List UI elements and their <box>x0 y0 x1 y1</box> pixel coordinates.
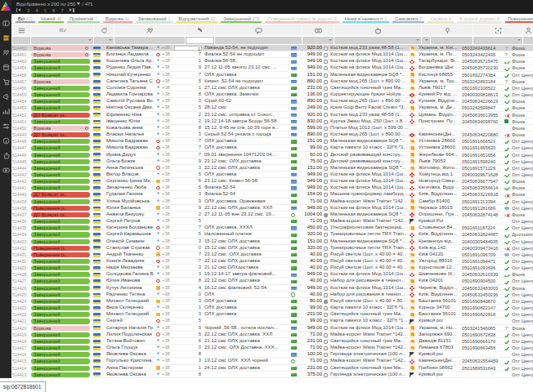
table-row[interactable]: 514417 Завершений Ольга Глущук * +38 0 2… <box>11 345 533 351</box>
app-logo-icon[interactable] <box>1 2 11 11</box>
column-header-tracking[interactable] <box>473 24 522 35</box>
table-row[interactable]: 514424 Завершений Михаил Гилецький +38 3… <box>11 298 533 305</box>
table-row[interactable]: 514444 Завершений Анна Липенська +38 3 2… <box>11 165 533 172</box>
page-5[interactable]: 5 <box>44 8 47 13</box>
page-6[interactable]: 6 <box>52 8 55 13</box>
column-header-id[interactable] <box>12 24 30 35</box>
table-row[interactable]: 514416 Завершений Яковлева Оксана * +38 … <box>11 351 533 358</box>
filter-cell[interactable] <box>12 37 30 44</box>
column-header-customer[interactable] <box>114 24 185 35</box>
table-row[interactable]: 514435 Завершений Катерина Богданова +38… <box>11 225 533 231</box>
column-header-phone[interactable] <box>186 24 214 35</box>
table-row[interactable]: 514425 Завершений Радченко Тетяна * +38 … <box>11 292 533 298</box>
table-row[interactable]: 514448 Завершений Микола Бадражан +38 7 … <box>11 138 533 145</box>
table-row[interactable]: 514452 ДО Возврат ск.. Єфименко Ніна * +… <box>11 112 533 118</box>
chart-icon[interactable] <box>2 108 10 115</box>
table-row[interactable]: 514423 Завершений Вера Скляренко * +38 1… <box>11 305 533 311</box>
table-row[interactable]: 514431 Повернення (з.. Андрій Ткаченко +… <box>11 252 533 258</box>
table-row[interactable]: 514437 ДО Возврат ск.. Анжела Безушку * … <box>11 212 533 218</box>
tab-3[interactable]: Відмова42 <box>101 14 134 23</box>
table-row[interactable]: 514453 Завершений Нікітіна Оксана Дми.. … <box>11 105 533 111</box>
table-row[interactable]: 514440 ДО Возврат ск.. Гудалюк Галина * … <box>11 191 533 198</box>
shop-icon[interactable] <box>2 64 10 71</box>
table-row[interactable]: 514459 Завершений Руденко Лидия Пав.. * … <box>11 65 533 71</box>
showing-range[interactable]: Відображено з 200 по 250/ 471 <box>16 2 93 7</box>
tab-9[interactable]: Самовивіз2 <box>391 14 426 23</box>
tab-12[interactable]: Повернення <box>504 14 533 23</box>
table-row[interactable]: 514414 Завершений Анна Пастернак +38 1 2… <box>11 365 533 372</box>
table-row[interactable]: 514421 Завершений Сергей +38 5 99.00 Кар… <box>11 318 533 324</box>
table-row[interactable]: 514442 Завершений Сергієнко Ірина Ми.. +… <box>11 178 533 185</box>
table-row[interactable]: 514432 Повернення (з.. Станіслав Стрижак… <box>11 245 533 252</box>
table-row[interactable]: 514418 Завершений Тетяна Войтович * +38 … <box>11 338 533 345</box>
table-row[interactable]: 514439 Завершений Уляна Мусійовська * +3… <box>11 198 533 205</box>
table-row[interactable]: 514457 Відмова Сапегина Татьяна С.. +38 … <box>11 78 533 85</box>
phone-input[interactable]: 1 <box>174 46 202 51</box>
tab-5[interactable]: Відправлений12 <box>174 14 219 23</box>
column-header-manager[interactable] <box>523 24 533 35</box>
page-4[interactable]: 4 <box>35 8 38 13</box>
table-row[interactable]: 514446 Завершений Ирина Дидух * +38 7 09… <box>11 152 533 158</box>
filter-cell[interactable] <box>31 37 93 44</box>
table-row[interactable]: 514415 Завершений Горгулько Христина.. *… <box>11 358 533 364</box>
page-3[interactable]: 3 <box>27 8 29 13</box>
table-row[interactable]: 514455 Завершений Людмила Гончарова * +3… <box>11 91 533 98</box>
column-header-refresh[interactable] <box>94 24 114 35</box>
table-row[interactable]: 514419 Завершений Лилия Подолинская +38 … <box>11 332 533 338</box>
sliders-icon[interactable] <box>2 122 10 130</box>
megaphone-icon[interactable] <box>2 93 10 100</box>
table-row[interactable]: 514462 Відмова Канєвська Тамара .. * +38… <box>11 45 533 51</box>
tab-6[interactable]: Завершений278 <box>219 14 263 23</box>
table-row[interactable]: 514451 Завершений Іващенко Юлія * +38 2 … <box>11 118 533 125</box>
tab-11[interactable]: В дорозі додому0 <box>455 14 504 23</box>
page-7[interactable]: 7 <box>60 8 63 13</box>
table-row[interactable]: 514427 Завершений Юлия Иванова +38 8 22.… <box>11 278 533 284</box>
table-row[interactable]: 514456 Завершений Соломія Сідоніна * +38… <box>11 85 533 91</box>
table-row[interactable]: 514441 Завершений Захарченко Люба +38 5 … <box>11 185 533 191</box>
last-page-icon[interactable] <box>69 8 74 12</box>
tab-4[interactable]: Запакований1 <box>134 14 175 23</box>
phone-filter-input[interactable] <box>186 37 214 44</box>
cart-icon[interactable] <box>2 78 10 86</box>
table-row[interactable]: 514426 Завершений Кучук Антонина +38 4 1… <box>11 285 533 292</box>
table-row[interactable]: 514433 Завершений Олексій Семанін * +38 … <box>11 238 533 245</box>
table-row[interactable]: 514413 Завершений Яковлева Оксана * +38 … <box>11 372 533 378</box>
tab-2[interactable]: Прийнятий7 <box>65 14 101 23</box>
tab-0[interactable]: Всі471 <box>14 14 37 23</box>
table-row[interactable]: 514454 Завершений Самотій Руслана Во.. *… <box>11 98 533 105</box>
filter-cell[interactable] <box>215 37 302 44</box>
tab-8[interactable]: Нема в наявності1 <box>341 14 392 23</box>
customers-icon[interactable] <box>2 49 10 56</box>
filter-cell[interactable] <box>94 37 114 44</box>
table-row[interactable]: 514428 Завершений Солодкова Галина В.. *… <box>11 271 533 278</box>
tab-1[interactable]: Новий48 <box>37 14 65 23</box>
table-row[interactable]: 514461 Відмова Близнюк Людмила .. +38 7 … <box>11 51 533 58</box>
table-row[interactable]: 514420 Відмова Ситарчук Наталія Гр.. * +… <box>11 325 533 332</box>
hand-icon[interactable] <box>2 152 10 159</box>
table-row[interactable]: 514449 ДО Возврат ск.. Власюк Наталья * … <box>11 131 533 138</box>
table-row[interactable]: 514422 Завершений Михаил Гилецький +38 3… <box>11 311 533 318</box>
first-page-icon[interactable] <box>16 8 21 12</box>
table-row[interactable]: 514447 Завершений Микола Бадражан +38 7 … <box>11 145 533 151</box>
table-row[interactable]: 514450 Відмова Ковальова анна * +38 8 15… <box>11 125 533 131</box>
table-row[interactable]: 514436 Завершений Сергей Петров * +38 5 … <box>11 218 533 225</box>
filter-cell[interactable] <box>114 37 185 44</box>
column-header-status[interactable] <box>31 24 93 35</box>
column-header-comment[interactable] <box>215 24 302 35</box>
dashboard-icon[interactable] <box>2 20 10 27</box>
table-row[interactable]: 514445 Завершений Ольга Божик * +38 9 23… <box>11 158 533 165</box>
table-row[interactable]: 514458 Завершений Николай Кучеренко * +3… <box>11 72 533 78</box>
filter-cell[interactable] <box>422 37 430 44</box>
video-icon[interactable] <box>2 167 10 174</box>
table-row[interactable]: 514438 Повернення (з.. Юлия Баланюк +38 … <box>11 205 533 212</box>
filter-cell[interactable] <box>302 37 334 44</box>
table-row[interactable]: 514434 Завершений Сергей Карамышев * +38… <box>11 231 533 238</box>
column-header-payment[interactable] <box>302 24 334 35</box>
table-row[interactable]: 514429 Завершений Надія Мерзаєва * +38 3… <box>11 265 533 271</box>
tab-7[interactable]: Повернення товару (в дорозі)0 <box>263 14 340 23</box>
info-icon[interactable] <box>2 137 10 145</box>
filter-cell[interactable] <box>334 37 421 44</box>
filter-cell[interactable] <box>473 37 522 44</box>
table-row[interactable]: 514460 Завершений Кошелева Ольга Ар.. * … <box>11 58 533 65</box>
filter-cell[interactable] <box>523 37 533 44</box>
